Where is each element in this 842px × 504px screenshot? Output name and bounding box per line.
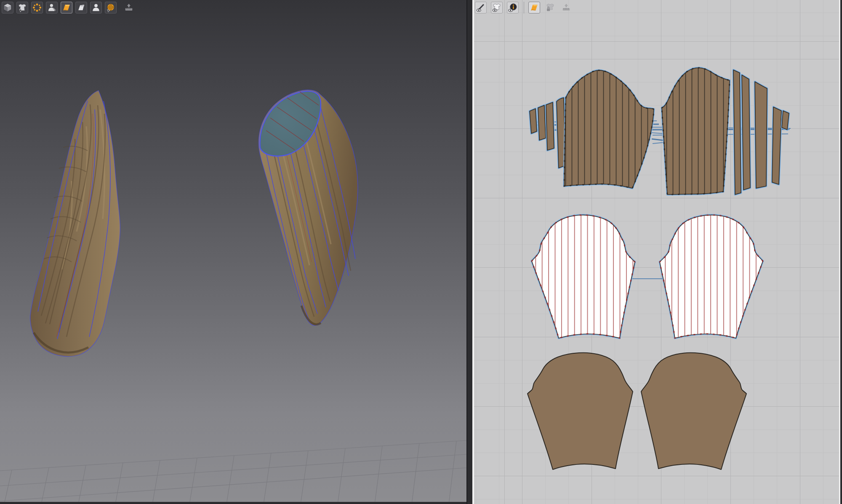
- 3d-toolbar: [2, 2, 138, 13]
- show-pattern-shading-button[interactable]: [491, 2, 503, 13]
- globe-icon: [106, 3, 115, 12]
- sheet-icon: [77, 3, 86, 12]
- fabric-icon: [530, 3, 539, 12]
- particles-icon: [32, 3, 42, 12]
- pattern-piece-top-right-main[interactable]: [659, 65, 733, 197]
- lock-pattern-button[interactable]: [544, 2, 556, 13]
- 2d-pattern-canvas: [474, 0, 839, 504]
- 2d-pattern-panel[interactable]: [474, 0, 839, 504]
- info-eye-icon: [508, 3, 517, 12]
- pattern-piece-bottom-right[interactable]: [641, 353, 746, 469]
- 3d-sleeve-right[interactable]: [258, 90, 358, 325]
- edit-avatar-button[interactable]: [46, 2, 58, 13]
- show-avatar-mesh-button[interactable]: [105, 2, 117, 13]
- toolbar-separator: [524, 2, 524, 13]
- 2d-toolbar: [475, 2, 576, 13]
- floor-grid: [0, 440, 466, 504]
- shirt-eye-icon: [492, 3, 501, 12]
- 3d-viewport[interactable]: [0, 0, 466, 504]
- 3d-sleeve-left[interactable]: [30, 91, 120, 356]
- person-brush-icon: [47, 3, 56, 12]
- pen-eye-icon: [476, 3, 485, 12]
- show-2d-pattern-button-2d[interactable]: [528, 2, 540, 13]
- fabric-icon: [62, 3, 71, 12]
- show-3d-garment-button[interactable]: [16, 2, 28, 13]
- pattern-piece-top-left-main[interactable]: [562, 67, 656, 192]
- shirt-cursor-icon: [18, 3, 27, 12]
- person-icon: [91, 3, 101, 12]
- 3d-scene-canvas: [0, 0, 466, 504]
- show-stitches-button[interactable]: [475, 2, 487, 13]
- show-avatar-button[interactable]: [90, 2, 102, 13]
- ruler-arrow-icon: [562, 3, 571, 12]
- shirt-lock-icon: [546, 3, 555, 12]
- pattern-piece-top-right-strips[interactable]: [733, 70, 789, 195]
- show-arrangement-points-button[interactable]: [31, 2, 43, 13]
- show-2d-pattern-button-3d[interactable]: [61, 2, 72, 13]
- garment-app-window: [0, 0, 842, 504]
- cube-icon: [3, 3, 12, 12]
- pattern-piece-middle-left[interactable]: [530, 213, 637, 341]
- show-pattern-information-button[interactable]: [507, 2, 519, 13]
- show-internal-shapes-button[interactable]: [75, 2, 87, 13]
- pattern-piece-bottom-left[interactable]: [528, 353, 633, 469]
- pattern-piece-middle-right[interactable]: [658, 213, 765, 341]
- pattern-piece-top-left-strips[interactable]: [530, 98, 565, 168]
- scale-measure-button-2d[interactable]: [560, 2, 572, 13]
- scale-measure-button-3d[interactable]: [123, 2, 135, 13]
- show-3d-objects-button[interactable]: [2, 2, 13, 13]
- ruler-arrow-icon: [124, 3, 133, 12]
- window-right-edge: [840, 0, 842, 504]
